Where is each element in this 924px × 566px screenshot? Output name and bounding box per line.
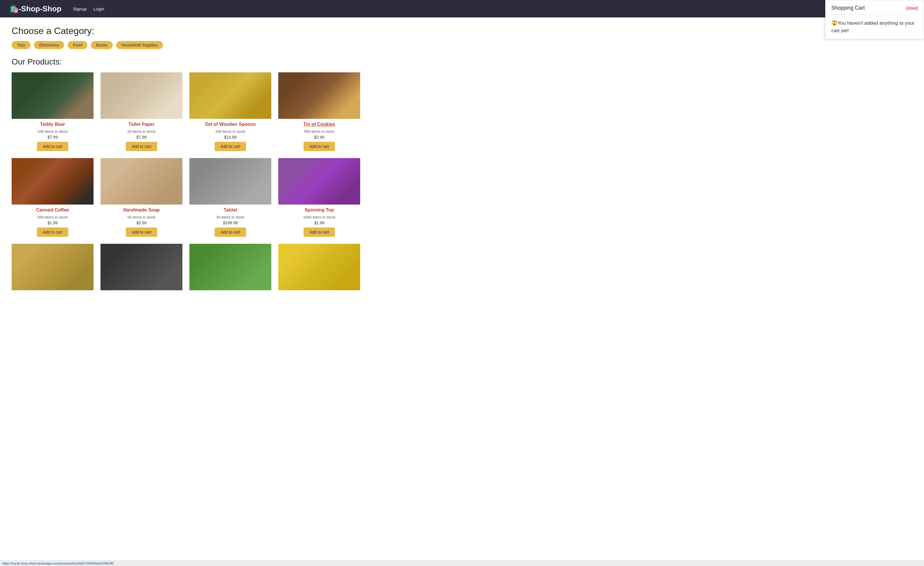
status-url: https://harvb-shop-shop.herokuapp.com/pr… xyxy=(2,561,114,565)
add-to-cart-2[interactable]: Add to cart xyxy=(214,142,246,151)
product-price-5: $3.99 xyxy=(136,221,146,225)
header: 🛍️-Shop-Shop Signup Login xyxy=(0,0,924,17)
cart-header-row: Shopping Cart [close] xyxy=(831,5,918,15)
product-stock-6: 30 items in stock xyxy=(216,215,244,219)
products-grid: Teddy Bear 100 items in stock $7.99 Add … xyxy=(12,72,360,290)
category-household[interactable]: Household Supplies xyxy=(116,41,163,49)
add-to-cart-3[interactable]: Add to cart xyxy=(303,142,335,151)
add-to-cart-0[interactable]: Add to cart xyxy=(37,142,68,151)
product-price-1: $7.99 xyxy=(136,135,146,140)
login-link[interactable]: Login xyxy=(93,6,104,11)
category-food[interactable]: Food xyxy=(68,41,87,49)
product-stock-2: 100 items in stock xyxy=(215,129,246,134)
add-to-cart-4[interactable]: Add to cart xyxy=(37,228,68,237)
product-card-4: Canned Coffee 500 items in stock $1.99 A… xyxy=(12,158,93,237)
product-card-7: Spinning Top 1000 items in stock $1.99 A… xyxy=(278,158,360,237)
product-name-7[interactable]: Spinning Top xyxy=(304,207,334,213)
category-title: Choose a Category: xyxy=(12,26,360,36)
signup-link[interactable]: Signup xyxy=(73,6,87,11)
product-stock-7: 1000 items in stock xyxy=(303,215,335,219)
product-name-3[interactable]: Tin of Cookies xyxy=(303,122,335,127)
product-card-3: Tin of Cookies 500 items in stock $2.99 … xyxy=(278,72,360,151)
product-name-5[interactable]: Handmade Soap xyxy=(123,207,159,213)
cart-empty-message: 😱You haven't added anything to your cart… xyxy=(831,20,918,34)
cart-panel: Shopping Cart [close] 😱You haven't added… xyxy=(825,0,924,39)
category-electronics[interactable]: Electronics xyxy=(34,41,64,49)
cart-close-button[interactable]: [close] xyxy=(906,6,918,11)
product-image-2 xyxy=(189,72,271,119)
product-card-5: Handmade Soap 50 items in stock $3.99 Ad… xyxy=(100,158,182,237)
product-card-9 xyxy=(100,244,182,290)
product-stock-5: 50 items in stock xyxy=(128,215,156,219)
main-content: Choose a Category: Toys Electronics Food… xyxy=(0,17,372,299)
product-price-4: $1.99 xyxy=(47,221,57,225)
product-card-1: Toilet Paper 20 items in stock $7.99 Add… xyxy=(100,72,182,151)
product-card-0: Teddy Bear 100 items in stock $7.99 Add … xyxy=(12,72,93,151)
product-price-6: $199.99 xyxy=(223,221,238,225)
product-image-10 xyxy=(189,244,271,290)
product-card-10 xyxy=(189,244,271,290)
product-name-4[interactable]: Canned Coffee xyxy=(36,207,69,213)
product-card-2: Set of Wooden Spoons 100 items in stock … xyxy=(189,72,271,151)
products-title: Our Products: xyxy=(12,57,360,66)
product-price-2: $14.99 xyxy=(224,135,237,140)
product-image-4 xyxy=(12,158,93,204)
add-to-cart-6[interactable]: Add to cart xyxy=(214,228,246,237)
product-stock-1: 20 items in stock xyxy=(128,129,156,134)
cart-title: Shopping Cart xyxy=(831,5,865,11)
product-name-0[interactable]: Teddy Bear xyxy=(40,122,65,127)
product-price-7: $1.99 xyxy=(314,221,324,225)
category-toys[interactable]: Toys xyxy=(12,41,30,49)
product-stock-3: 500 items in stock xyxy=(304,129,334,134)
add-to-cart-1[interactable]: Add to cart xyxy=(126,142,157,151)
site-logo[interactable]: 🛍️-Shop-Shop xyxy=(9,5,61,14)
status-bar: https://harvb-shop-shop.herokuapp.com/pr… xyxy=(0,560,924,566)
product-stock-4: 500 items in stock xyxy=(38,215,68,219)
product-image-9 xyxy=(100,244,182,290)
add-to-cart-5[interactable]: Add to cart xyxy=(126,228,157,237)
product-name-1[interactable]: Toilet Paper xyxy=(128,122,154,127)
product-image-6 xyxy=(189,158,271,204)
category-books[interactable]: Books xyxy=(91,41,113,49)
product-image-8 xyxy=(12,244,93,290)
product-image-3 xyxy=(278,72,360,119)
product-name-6[interactable]: Tablet xyxy=(224,207,237,213)
product-image-11 xyxy=(278,244,360,290)
product-card-6: Tablet 30 items in stock $199.99 Add to … xyxy=(189,158,271,237)
product-name-2[interactable]: Set of Wooden Spoons xyxy=(205,122,256,127)
product-card-8 xyxy=(12,244,93,290)
category-pills: Toys Electronics Food Books Household Su… xyxy=(12,41,360,49)
product-image-7 xyxy=(278,158,360,204)
product-price-3: $2.99 xyxy=(314,135,324,140)
product-price-0: $7.99 xyxy=(47,135,57,140)
product-image-5 xyxy=(100,158,182,204)
add-to-cart-7[interactable]: Add to cart xyxy=(303,228,335,237)
product-stock-0: 100 items in stock xyxy=(38,129,68,134)
product-card-11 xyxy=(278,244,360,290)
header-nav: Signup Login xyxy=(73,6,104,11)
product-image-1 xyxy=(100,72,182,119)
product-image-0 xyxy=(12,72,93,119)
